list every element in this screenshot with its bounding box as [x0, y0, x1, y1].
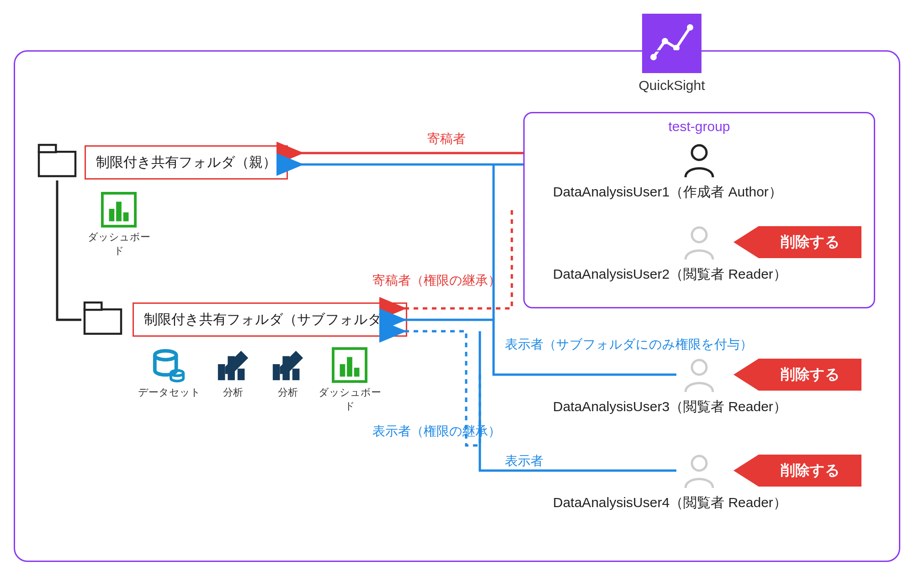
svg-rect-19 — [292, 369, 300, 380]
svg-rect-7 — [109, 209, 115, 221]
asset-dataset-label: データセット — [137, 386, 201, 399]
folder-icon — [37, 142, 78, 178]
svg-rect-8 — [116, 201, 122, 221]
delete-arrow-user3: 削除する — [733, 359, 861, 391]
user-icon — [681, 142, 717, 178]
svg-rect-5 — [39, 145, 56, 152]
asset-analysis-2: 分析 — [265, 347, 311, 399]
asset-analysis-1: 分析 — [210, 347, 256, 399]
asset-analysis-label: 分析 — [265, 386, 311, 399]
svg-point-25 — [692, 228, 707, 242]
asset-dashboard-sub: ダッシュボード — [315, 347, 384, 413]
diagram-canvas: QuickSight test-group 制限付き共有フォルダ（親） ダッシュ… — [0, 0, 914, 588]
svg-rect-14 — [218, 364, 225, 380]
folder-icon — [82, 299, 123, 336]
user-icon — [681, 452, 717, 489]
svg-rect-22 — [347, 357, 352, 376]
svg-rect-21 — [340, 364, 345, 376]
parent-folder-label: 制限付き共有フォルダ（親） — [85, 145, 288, 180]
user3-label: DataAnalysisUser3（閲覧者 Reader） — [553, 397, 787, 416]
delete-arrow-user4: 削除する — [733, 455, 861, 487]
flow-viewer-subonly-label: 表示者（サブフォルダにのみ権限を付与） — [505, 336, 753, 353]
delete-label: 削除する — [759, 359, 861, 391]
flow-viewer-label: 表示者 — [505, 452, 543, 470]
svg-rect-11 — [85, 302, 101, 310]
svg-rect-9 — [123, 212, 129, 222]
svg-rect-17 — [273, 364, 280, 380]
svg-point-27 — [692, 456, 707, 471]
flow-viewer-inherited-label: 表示者（権限の継承） — [372, 423, 501, 440]
svg-rect-10 — [85, 309, 121, 334]
user-icon — [681, 356, 717, 393]
user4-label: DataAnalysisUser4（閲覧者 Reader） — [553, 493, 787, 512]
svg-point-24 — [692, 145, 707, 160]
asset-dataset: データセット — [137, 347, 201, 399]
flow-contributor-label: 寄稿者 — [427, 130, 466, 148]
asset-dashboard-label: ダッシュボード — [315, 386, 384, 413]
delete-arrow-user2: 削除する — [733, 226, 861, 258]
svg-rect-23 — [354, 368, 360, 377]
svg-point-12 — [155, 351, 176, 360]
asset-dashboard-parent: ダッシュボード — [85, 192, 153, 258]
svg-rect-4 — [39, 152, 75, 176]
user-icon — [681, 224, 717, 260]
user2-label: DataAnalysisUser2（閲覧者 Reader） — [553, 265, 787, 284]
sub-folder-label: 制限付き共有フォルダ（サブフォルダ） — [133, 302, 407, 337]
flow-contributor-inherited-label: 寄稿者（権限の継承） — [372, 272, 501, 289]
delete-label: 削除する — [759, 226, 861, 258]
svg-point-1 — [662, 38, 668, 44]
delete-label: 削除する — [759, 455, 861, 487]
asset-analysis-label: 分析 — [210, 386, 256, 399]
svg-rect-16 — [238, 369, 245, 380]
asset-dashboard-label: ダッシュボード — [85, 230, 153, 258]
user1-label: DataAnalysisUser1（作成者 Author） — [553, 183, 782, 201]
svg-point-26 — [692, 360, 707, 375]
svg-point-3 — [687, 24, 693, 31]
group-name: test-group — [523, 119, 875, 134]
